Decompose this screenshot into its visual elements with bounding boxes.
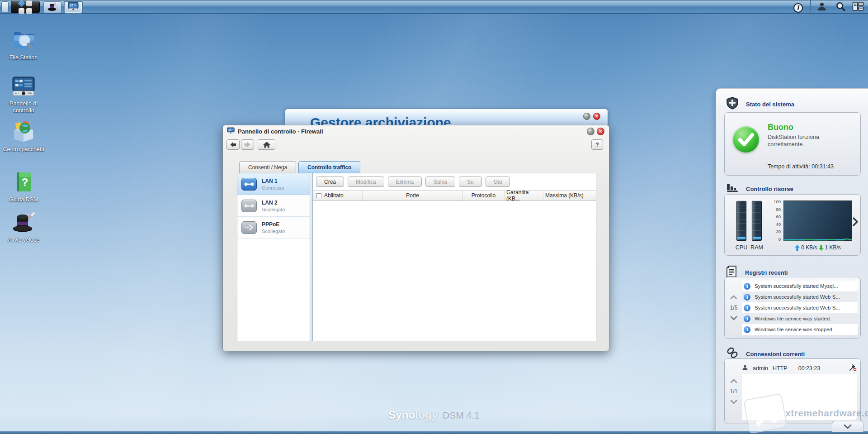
uptime-label: Tempo di attività: 00:31:43: [768, 163, 834, 170]
log-entry[interactable]: iSystem successfully started Web S...: [742, 302, 858, 313]
taskbar-quick-launch-button[interactable]: [43, 1, 61, 13]
move-up-button[interactable]: Su: [459, 176, 482, 187]
desktop-icon-package-center[interactable]: Centro pacchetti: [2, 120, 45, 153]
user-icon: [817, 1, 827, 13]
user-icon: [742, 364, 748, 372]
move-down-button[interactable]: Giù: [486, 176, 510, 187]
taskbar-separator: [810, 0, 811, 14]
storage-manager-window[interactable]: Gestore archiviazione ✕: [285, 109, 608, 125]
control-panel-icon: [68, 2, 79, 13]
traffic-toolbar: Crea Modifica Elimina Salva Su Giù: [316, 176, 510, 187]
interface-status: Connesso: [262, 185, 284, 191]
network-speed: 0 KB/s 1 KB/s: [782, 244, 854, 251]
log-entry[interactable]: iSystem successfully started Mysql...: [742, 281, 858, 291]
widgets-panel-icon: [852, 1, 864, 13]
info-icon: i: [744, 315, 750, 322]
home-button[interactable]: [258, 139, 275, 150]
pppoe-icon: [241, 221, 257, 234]
firewall-tabs: Consenti / Nega Controllo traffico: [239, 161, 360, 173]
info-icon: i: [793, 3, 803, 13]
tab-consenti-nega[interactable]: Consenti / Nega: [239, 161, 296, 173]
window-title: Pannello di controllo - Firewall: [238, 128, 323, 135]
back-arrow-icon: [230, 142, 236, 148]
disconnect-icon[interactable]: [849, 364, 857, 372]
tab-controllo-traffico[interactable]: Controllo traffico: [298, 161, 360, 173]
widgets-toggle-button[interactable]: [851, 1, 865, 13]
column-garantita[interactable]: Garantita (KB...: [505, 191, 543, 200]
watermark-logo: [743, 393, 788, 434]
search-button[interactable]: [833, 1, 848, 13]
upload-arrow-icon: [795, 245, 800, 251]
desktop-icon-control-panel[interactable]: Pannello di controllo: [2, 76, 45, 114]
show-desktop-button[interactable]: [1, 1, 9, 12]
close-button[interactable]: ✕: [593, 113, 600, 120]
connection-row[interactable]: admin HTTP 00:23:23: [742, 363, 857, 373]
interface-list: LAN 1 Connesso LAN 2 Scollegato: [237, 173, 310, 341]
edit-button[interactable]: Modifica: [348, 176, 384, 187]
ram-gauge: [752, 201, 762, 241]
bar-chart-icon: [726, 182, 739, 196]
interface-row-pppoe[interactable]: PPPoE Scollegato: [237, 217, 310, 238]
minimize-button[interactable]: [587, 128, 594, 135]
interface-status: Scollegato: [262, 229, 285, 234]
logs-page-indicator: 1/5: [730, 305, 738, 311]
column-porte[interactable]: Porte: [363, 191, 463, 200]
system-status-header: Stato del sistema: [726, 97, 794, 111]
minimize-button[interactable]: [583, 113, 590, 120]
interface-row-lan2[interactable]: LAN 2 Scollegato: [237, 195, 310, 217]
cpu-label: CPU: [733, 244, 750, 251]
close-button[interactable]: ✕: [597, 128, 604, 135]
bottom-edge-strip: [0, 431, 868, 434]
user-button[interactable]: [814, 1, 830, 13]
desktop-icon-quick-launch[interactable]: Avvio veloce: [2, 210, 45, 243]
column-abilitato[interactable]: Abilitato: [313, 191, 363, 200]
status-message: DiskStation funziona correttamente.: [768, 134, 851, 148]
chevron-up-icon[interactable]: [730, 295, 737, 299]
column-massima[interactable]: Massima (KB/s): [543, 191, 596, 200]
back-button[interactable]: [226, 139, 240, 150]
column-protocollo[interactable]: Protocollo: [463, 191, 505, 200]
search-icon: [835, 1, 846, 14]
save-button[interactable]: Salva: [425, 176, 455, 187]
widgets-collapse-button[interactable]: [832, 421, 863, 432]
forward-button[interactable]: [241, 139, 254, 150]
cpu-gauge: [736, 201, 746, 241]
log-entry[interactable]: iWindows file service was started.: [742, 313, 858, 324]
expand-arrow-icon[interactable]: [852, 217, 859, 228]
file-station-icon: [2, 28, 45, 52]
interface-status: Scollegato: [262, 207, 285, 212]
select-all-checkbox[interactable]: [316, 193, 321, 198]
home-icon: [263, 142, 270, 148]
taskbar-control-panel-button[interactable]: [64, 1, 82, 13]
chevron-down-icon[interactable]: [730, 400, 737, 404]
status-ok-icon: [733, 126, 759, 153]
magic-hat-icon: [2, 210, 45, 235]
desktop-icon-label: Avvio veloce: [2, 237, 45, 243]
chevron-down-icon[interactable]: [730, 316, 737, 320]
resource-monitor-box[interactable]: CPU RAM 100 80 60 40 20 0 0 KB/: [724, 194, 861, 256]
main-menu-button[interactable]: [11, 1, 40, 13]
watermark-text: xtremehardware.com: [785, 408, 868, 419]
info-button[interactable]: i: [793, 2, 803, 13]
interface-row-lan1[interactable]: LAN 1 Connesso: [237, 173, 310, 195]
logs-pager: 1/5: [726, 277, 741, 338]
shield-icon: [726, 97, 739, 111]
chevron-up-icon[interactable]: [730, 379, 737, 383]
create-button[interactable]: Crea: [316, 176, 344, 187]
connections-pager: 1/1: [726, 359, 741, 424]
log-entry[interactable]: iSystem successfully started Web S...: [742, 291, 858, 302]
download-speed: 1 KB/s: [825, 244, 841, 251]
firewall-titlebar[interactable]: Pannello di controllo - Firewall ✕: [223, 125, 609, 137]
interface-name: PPPoE: [262, 221, 279, 228]
help-button[interactable]: ?: [591, 139, 603, 150]
info-icon: i: [744, 294, 750, 300]
delete-button[interactable]: Elimina: [388, 176, 422, 187]
upload-speed: 0 KB/s: [801, 244, 817, 251]
connection-protocol: HTTP: [773, 365, 788, 372]
magic-hat-icon: [47, 1, 58, 13]
graph-y-axis: 100 80 60 40 20 0: [767, 199, 781, 242]
desktop-icon-file-station[interactable]: File Station: [2, 28, 45, 61]
info-icon: i: [744, 305, 750, 311]
log-entry[interactable]: iWindows file service was stopped.: [742, 324, 858, 335]
desktop-icon-dsm-help[interactable]: ? Guida DSM: [2, 171, 45, 203]
